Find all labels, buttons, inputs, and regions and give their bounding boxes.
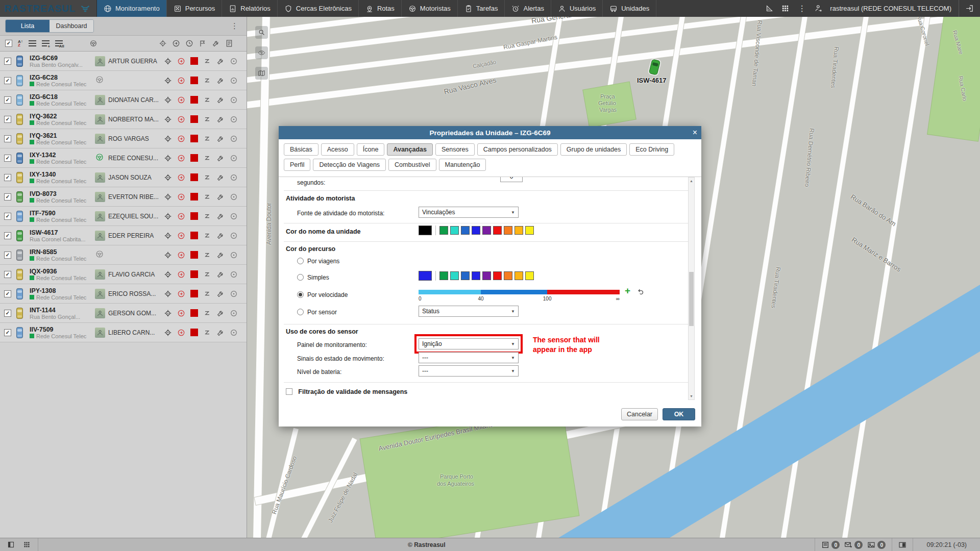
color-swatch[interactable] xyxy=(472,226,480,235)
follow-column-icon[interactable] xyxy=(172,39,180,47)
locate-icon[interactable] xyxy=(164,173,172,182)
blocked-icon[interactable] xyxy=(177,115,185,123)
radio-simples[interactable] xyxy=(297,274,304,281)
nav-tab[interactable]: Unidades xyxy=(603,0,656,17)
monitoring-panel-select[interactable]: Ignição ▼ xyxy=(419,338,519,349)
color-swatch[interactable] xyxy=(504,226,512,235)
status-square[interactable] xyxy=(190,309,198,317)
radio-por-viagens[interactable] xyxy=(297,258,304,264)
track-icon[interactable] xyxy=(203,329,211,337)
dialog-tab[interactable]: Perfil xyxy=(284,159,310,171)
dialog-tab[interactable]: Combustível xyxy=(388,159,436,171)
locate-icon[interactable] xyxy=(164,270,172,279)
row-checkbox[interactable]: ✓ xyxy=(4,290,11,297)
select-all-checkbox[interactable]: ✓ xyxy=(5,40,12,47)
blocked-icon[interactable] xyxy=(177,77,185,85)
row-checkbox[interactable]: ✓ xyxy=(4,213,11,220)
status-square[interactable] xyxy=(190,251,198,259)
vehicle-row[interactable]: ✓ IPY-1308 Rede Conesul Telec ERICO ROSS… xyxy=(0,284,247,304)
vehicle-row[interactable]: ✓ IZG-6C69 Rua Bento Gonçalv... ARTUR GU… xyxy=(0,52,247,71)
properties-icon[interactable] xyxy=(216,251,225,259)
nav-tab[interactable]: Relatórios xyxy=(222,0,278,17)
locate-icon[interactable] xyxy=(164,232,172,240)
dialog-tab[interactable]: Sensores xyxy=(435,143,475,156)
scroll-down-icon[interactable]: ▼ xyxy=(689,393,694,399)
nav-tab[interactable]: Usuários xyxy=(551,0,603,17)
vehicle-row[interactable]: ✓ IXY-1342 Rede Conesul Telec REDE CONES… xyxy=(0,148,247,168)
dialog-tab[interactable]: Manutenção xyxy=(439,159,486,171)
properties-icon[interactable] xyxy=(216,212,225,220)
status-square[interactable] xyxy=(190,96,198,104)
command-icon[interactable] xyxy=(230,57,238,65)
vehicle-row[interactable]: ✓ IYQ-3621 Rede Conesul Telec ROG VARGAS xyxy=(0,129,247,148)
track-icon[interactable] xyxy=(203,232,211,240)
close-icon[interactable]: × xyxy=(693,126,697,139)
status-square[interactable] xyxy=(190,135,198,142)
color-swatch[interactable] xyxy=(525,226,534,235)
sort-az-icon[interactable]: A↑Z xyxy=(18,40,23,47)
track-icon[interactable] xyxy=(203,251,211,259)
locate-icon[interactable] xyxy=(164,135,172,143)
undo-icon[interactable] xyxy=(637,288,645,297)
panel-toggle-icon[interactable] xyxy=(7,541,15,548)
blocked-icon[interactable] xyxy=(177,290,185,298)
tab-dashboard[interactable]: Dashboard xyxy=(50,20,93,32)
track-icon[interactable] xyxy=(203,173,211,182)
status-square[interactable] xyxy=(190,57,198,65)
status-square[interactable] xyxy=(190,329,198,336)
blocked-icon[interactable] xyxy=(177,212,185,220)
grid-view-icon[interactable] xyxy=(23,541,31,548)
nav-tab[interactable]: Percursos xyxy=(167,0,223,17)
properties-icon[interactable] xyxy=(216,270,225,279)
color-swatch[interactable] xyxy=(461,271,470,280)
track-icon[interactable] xyxy=(203,135,211,143)
vehicle-row[interactable]: ✓ IQX-0936 Rede Conesul Telec FLAVIO GAR… xyxy=(0,265,247,284)
nav-tab[interactable]: Alertas xyxy=(505,0,551,17)
status-square[interactable] xyxy=(190,115,198,123)
vehicle-row[interactable]: ✓ IRN-8585 Rede Conesul Telec xyxy=(0,245,247,265)
status-square[interactable] xyxy=(190,232,198,239)
track-icon[interactable] xyxy=(203,212,211,220)
locate-icon[interactable] xyxy=(164,309,172,317)
color-swatch[interactable] xyxy=(482,226,491,235)
tools-column-icon[interactable] xyxy=(212,39,220,47)
row-checkbox[interactable]: ✓ xyxy=(4,329,11,336)
blocked-icon[interactable] xyxy=(177,135,185,143)
locate-icon[interactable] xyxy=(164,193,172,201)
driver-column-icon[interactable] xyxy=(89,39,97,47)
track-icon[interactable] xyxy=(203,270,211,279)
nav-tab[interactable]: Cercas Eletrônicas xyxy=(278,0,359,17)
vehicle-row[interactable]: ✓ IZG-6C28 Rede Conesul Telec xyxy=(0,71,247,90)
scroll-up-icon[interactable]: ▲ xyxy=(689,178,694,184)
properties-icon[interactable] xyxy=(216,173,225,182)
list-view-icon[interactable] xyxy=(29,40,36,46)
topbar-kebab-icon[interactable]: ⋮ xyxy=(797,4,807,13)
dialog-scrollbar[interactable]: ▲ ▼ xyxy=(688,177,695,400)
add-speed-range-icon[interactable]: + xyxy=(625,287,630,295)
command-icon[interactable] xyxy=(230,212,238,220)
measure-icon[interactable] xyxy=(765,4,774,13)
properties-icon[interactable] xyxy=(216,193,225,201)
locate-column-icon[interactable] xyxy=(159,39,167,47)
scrollbar-thumb[interactable] xyxy=(689,272,694,326)
status-square[interactable] xyxy=(190,290,198,297)
status-square[interactable] xyxy=(190,154,198,162)
locate-icon[interactable] xyxy=(164,290,172,298)
track-icon[interactable] xyxy=(203,96,211,104)
dialog-tab[interactable]: Acesso xyxy=(321,143,354,156)
dialog-tab[interactable]: Básicas xyxy=(284,143,318,156)
track-icon[interactable] xyxy=(203,290,211,298)
command-icon[interactable] xyxy=(230,290,238,298)
track-icon[interactable] xyxy=(203,309,211,317)
blocked-icon[interactable] xyxy=(177,96,185,104)
status-square[interactable] xyxy=(190,77,198,84)
blocked-icon[interactable] xyxy=(177,270,185,279)
counter-item[interactable]: 0 xyxy=(821,541,840,549)
row-checkbox[interactable]: ✓ xyxy=(4,252,11,259)
tab-lista[interactable]: Lista xyxy=(6,20,50,32)
properties-icon[interactable] xyxy=(216,135,225,143)
color-swatch[interactable] xyxy=(493,271,502,280)
blocked-icon[interactable] xyxy=(177,193,185,201)
row-checkbox[interactable]: ✓ xyxy=(4,174,11,181)
vehicle-row[interactable]: ✓ IYQ-3622 Rede Conesul Telec NORBERTO M… xyxy=(0,110,247,129)
